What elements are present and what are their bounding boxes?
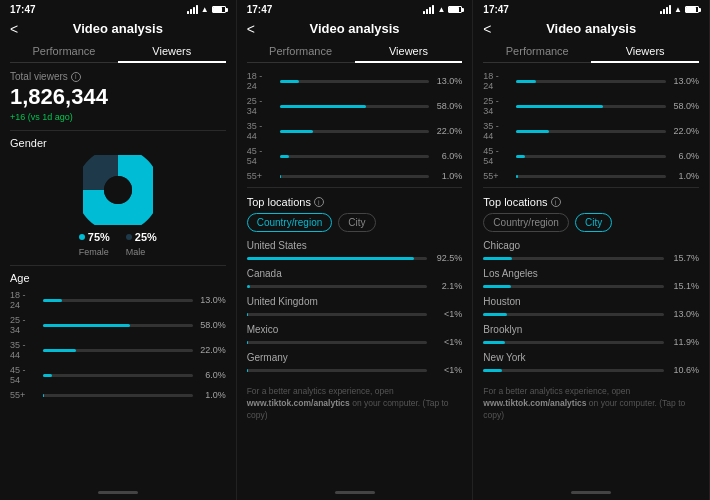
info-icon-locations-2[interactable]: i <box>314 197 324 207</box>
age-title: Age <box>10 272 226 284</box>
loc-name-2-1: Canada <box>247 268 463 279</box>
loc-name-2-2: United Kingdom <box>247 296 463 307</box>
age-label-3: 45 - 54 <box>10 365 38 385</box>
male-dot <box>126 234 132 240</box>
tab-viewers-2[interactable]: Viewers <box>355 40 463 62</box>
status-bar-3: 17:47 ▲ <box>473 0 709 17</box>
male-label: Male <box>126 247 146 257</box>
loc-bar-row-2-1: 2.1% <box>247 281 463 291</box>
bar-track-4 <box>43 394 193 397</box>
loc-tab-city-2[interactable]: City <box>338 213 375 232</box>
loc-name-3-1: Los Angeles <box>483 268 699 279</box>
bar-pct-1: 58.0% <box>198 320 226 330</box>
home-bar-3 <box>571 491 611 494</box>
bt-3-1 <box>516 105 666 108</box>
info-icon-locations-3[interactable]: i <box>551 197 561 207</box>
loc-track-3-4 <box>483 369 664 372</box>
age-row-3-2: 35 - 44 22.0% <box>483 121 699 141</box>
loc-tab-country-3[interactable]: Country/region <box>483 213 569 232</box>
bar-track-1 <box>43 324 193 327</box>
bt-2-4 <box>280 175 430 178</box>
loc-name-2-3: Mexico <box>247 324 463 335</box>
location-tabs-2: Country/region City <box>247 213 463 232</box>
loc-row-2-3: Mexico <1% <box>247 324 463 347</box>
bt-2-0 <box>280 80 430 83</box>
loc-pct-3-2: 13.0% <box>669 309 699 319</box>
back-button-3[interactable]: < <box>483 21 491 37</box>
loc-fill-3-1 <box>483 285 510 288</box>
loc-name-3-0: Chicago <box>483 240 699 251</box>
status-time-1: 17:47 <box>10 4 36 15</box>
status-icons-2: ▲ <box>423 5 462 14</box>
tab-performance-2[interactable]: Performance <box>247 40 355 62</box>
loc-pct-2-2: <1% <box>432 309 462 319</box>
loc-name-3-4: New York <box>483 352 699 363</box>
page-title-3: Video analysis <box>546 21 636 36</box>
total-viewers-change: +16 (vs 1d ago) <box>10 112 226 122</box>
signal-icon-3 <box>660 5 671 14</box>
bt-3-2 <box>516 130 666 133</box>
bp-2-2: 22.0% <box>434 126 462 136</box>
page-title-1: Video analysis <box>73 21 163 36</box>
loc-track-2-4 <box>247 369 428 372</box>
age-label-3-4: 55+ <box>483 171 511 181</box>
loc-fill-2-1 <box>247 285 251 288</box>
tab-viewers-3[interactable]: Viewers <box>591 40 699 62</box>
status-bar-2: 17:47 ▲ <box>237 0 473 17</box>
loc-track-3-2 <box>483 313 664 316</box>
bar-pct-4: 1.0% <box>198 390 226 400</box>
loc-pct-2-3: <1% <box>432 337 462 347</box>
loc-row-2-4: Germany <1% <box>247 352 463 375</box>
info-icon-viewers[interactable]: i <box>71 72 81 82</box>
loc-fill-3-4 <box>483 369 502 372</box>
bt-3-3 <box>516 155 666 158</box>
age-row-2-1: 25 - 34 58.0% <box>247 96 463 116</box>
loc-tab-country-2[interactable]: Country/region <box>247 213 333 232</box>
age-row-4: 55+ 1.0% <box>10 390 226 400</box>
footer-note-3: For a better analytics experience, open … <box>483 380 699 424</box>
age-label-3-2: 35 - 44 <box>483 121 511 141</box>
loc-fill-3-3 <box>483 341 504 344</box>
female-pct: 75% <box>88 231 110 243</box>
tab-performance-3[interactable]: Performance <box>483 40 591 62</box>
wifi-icon-1: ▲ <box>201 5 209 14</box>
bp-3-2: 22.0% <box>671 126 699 136</box>
loc-bar-row-3-2: 13.0% <box>483 309 699 319</box>
loc-name-2-4: Germany <box>247 352 463 363</box>
age-bars-2: 18 - 24 13.0% 25 - 34 58.0% 35 - 44 22.0… <box>247 71 463 181</box>
legend-male: 25% Male <box>126 231 157 257</box>
bar-pct-0: 13.0% <box>198 295 226 305</box>
bf-3-0 <box>516 80 535 83</box>
divider-1 <box>10 130 226 131</box>
home-indicator-1 <box>0 486 236 500</box>
loc-tab-city-3[interactable]: City <box>575 213 612 232</box>
loc-pct-3-1: 15.1% <box>669 281 699 291</box>
panel-performance: 17:47 ▲ < Video analysis Performance Vie… <box>0 0 237 500</box>
male-pct: 25% <box>135 231 157 243</box>
loc-fill-2-3 <box>247 341 248 344</box>
header-3: < Video analysis <box>473 17 709 40</box>
loc-fill-2-4 <box>247 369 248 372</box>
location-tabs-3: Country/region City <box>483 213 699 232</box>
bf-2-0 <box>280 80 299 83</box>
panel-viewers-city: 17:47 ▲ < Video analysis Performance Vie… <box>473 0 710 500</box>
loc-row-2-0: United States 92.5% <box>247 240 463 263</box>
age-label-0: 18 - 24 <box>10 290 38 310</box>
age-row-3-0: 18 - 24 13.0% <box>483 71 699 91</box>
tabs-1: Performance Viewers <box>10 40 226 63</box>
back-button-1[interactable]: < <box>10 21 18 37</box>
back-button-2[interactable]: < <box>247 21 255 37</box>
bf-2-4 <box>280 175 281 178</box>
tab-viewers-1[interactable]: Viewers <box>118 40 226 62</box>
age-label-2: 35 - 44 <box>10 340 38 360</box>
home-bar-1 <box>98 491 138 494</box>
bp-2-4: 1.0% <box>434 171 462 181</box>
tab-performance-1[interactable]: Performance <box>10 40 118 62</box>
loc-bar-row-3-1: 15.1% <box>483 281 699 291</box>
loc-bar-row-2-3: <1% <box>247 337 463 347</box>
bf-3-2 <box>516 130 549 133</box>
bp-2-0: 13.0% <box>434 76 462 86</box>
status-time-3: 17:47 <box>483 4 509 15</box>
loc-bar-row-3-4: 10.6% <box>483 365 699 375</box>
bf-2-3 <box>280 155 289 158</box>
